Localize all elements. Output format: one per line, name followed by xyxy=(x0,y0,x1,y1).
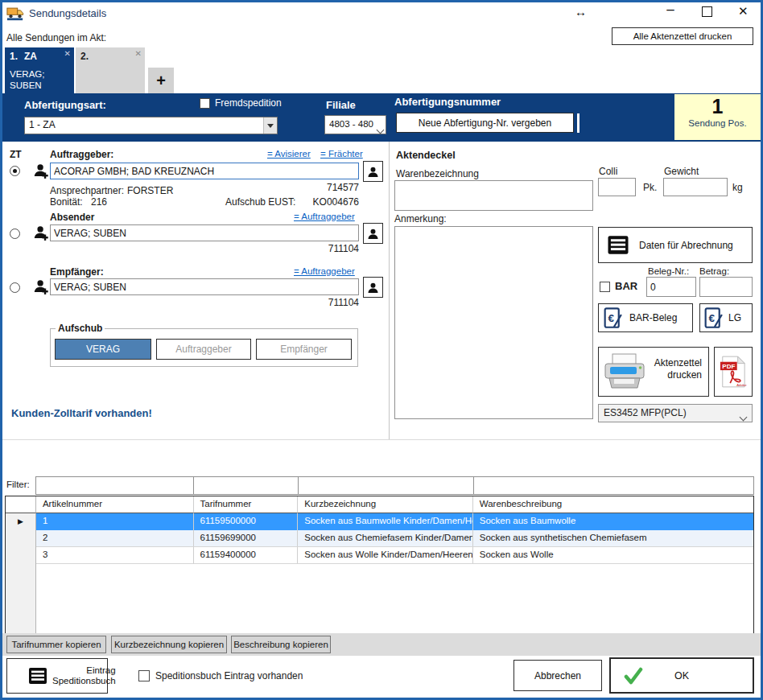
euro-receipt-icon: € xyxy=(604,307,623,329)
bar-checkbox[interactable] xyxy=(600,282,610,292)
aufschub-auftraggeber-button[interactable]: Auftraggeber xyxy=(156,339,251,360)
column-header-artikelnummer[interactable]: Artikelnummer xyxy=(36,496,194,513)
cell-kurzbezeichnung: Socken aus Wolle Kinder/Damen/Heeren xyxy=(298,547,473,564)
filter-warenbeschreibung-input[interactable] xyxy=(473,476,754,495)
svg-text:PDF: PDF xyxy=(722,363,735,370)
aufschub-verag-button[interactable]: VERAG xyxy=(55,339,151,360)
all-shipments-label: Alle Sendungen im Akt: xyxy=(6,32,106,43)
empfaenger-number: 711104 xyxy=(306,297,359,308)
bar-beleg-button[interactable]: € BAR-Beleg xyxy=(598,303,693,332)
chevron-down-icon xyxy=(740,409,746,423)
table-row[interactable]: 2 61159699000 Socken aus Chemiefasem Kin… xyxy=(6,530,753,547)
absender-lookup-button[interactable] xyxy=(363,223,383,244)
maximize-icon[interactable] xyxy=(702,6,712,17)
aktenzettel-drucken-button[interactable]: Aktenzettel drucken xyxy=(598,347,709,397)
eintrag-speditionsbuch-label: Eintrag Speditionsbuch xyxy=(52,665,116,686)
bonitaet-value: 216 xyxy=(91,196,107,208)
cell-tarifnummer: 61159500000 xyxy=(194,513,299,530)
articles-table: Artikelnummer Tarifnummer Kurzbezeichnun… xyxy=(5,496,754,635)
auftraggeber-input[interactable] xyxy=(50,163,359,179)
gewicht-input[interactable] xyxy=(663,178,728,196)
avisierer-link[interactable]: = Avisierer xyxy=(267,149,311,159)
cell-warenbeschreibung: Socken aus Baumwolle xyxy=(473,513,753,530)
daten-abrechnung-button[interactable]: Daten für Abrechnung xyxy=(598,227,753,263)
table-row[interactable]: 3 61159400000 Socken aus Wolle Kinder/Da… xyxy=(6,547,753,564)
minimize-icon[interactable]: – xyxy=(660,2,681,21)
absender-input[interactable] xyxy=(50,224,359,241)
filter-artikelnummer-input[interactable] xyxy=(35,476,194,495)
abbrechen-button[interactable]: Abbrechen xyxy=(513,660,602,691)
empfaenger-radio[interactable] xyxy=(10,282,20,293)
cell-warenbeschreibung: Socken aus Wolle xyxy=(473,547,753,564)
add-shipment-tab-button[interactable]: + xyxy=(148,68,174,93)
table-row[interactable]: ▶ 1 61159500000 Socken aus Baumwolle Kin… xyxy=(6,513,753,530)
empfaenger-lookup-button[interactable] xyxy=(363,277,383,298)
abfertigungsart-value: 1 - ZA xyxy=(29,119,56,130)
neue-abfertigung-button[interactable]: Neue Abfertigung-Nr. vergeben xyxy=(396,113,574,133)
shipment-tab-1[interactable]: 1. ZA ✕ VERAG; SUBEN xyxy=(5,47,74,93)
tab2-index: 2. xyxy=(80,51,89,62)
printer-select[interactable]: ES3452 MFP(PCL) xyxy=(598,404,753,422)
dropdown-arrow-icon[interactable] xyxy=(263,117,277,134)
list-icon xyxy=(28,667,47,685)
filter-kurzbezeichnung-input[interactable] xyxy=(298,476,474,495)
copy-beschreibung-button[interactable]: Beschreibung kopieren xyxy=(231,636,331,653)
anmerkung-textarea[interactable] xyxy=(394,226,593,419)
absender-auftraggeber-link[interactable]: = Auftraggeber xyxy=(294,212,355,221)
absender-radio[interactable] xyxy=(10,229,20,239)
column-header-warenbeschreibung[interactable]: Warenbeschreibung xyxy=(473,496,753,513)
person-add-icon[interactable] xyxy=(32,224,50,241)
filter-label: Filter: xyxy=(6,480,30,489)
auftraggeber-radio[interactable] xyxy=(10,166,20,176)
aktenzettel-label: Aktenzettel drucken xyxy=(654,357,702,381)
shipment-tab-2[interactable]: 2. ✕ xyxy=(76,47,145,93)
pdf-button[interactable]: PDF Adobe xyxy=(714,347,753,397)
close-icon[interactable]: ✕ xyxy=(738,4,749,19)
filiale-value: 4803 - 480 xyxy=(329,119,373,129)
app-truck-icon xyxy=(6,5,24,21)
filiale-select[interactable]: 4803 - 480 xyxy=(324,115,386,134)
kg-label: kg xyxy=(732,182,743,193)
column-header-kurzbezeichnung[interactable]: Kurzbezeichnung xyxy=(298,496,473,513)
pdf-icon: PDF Adobe xyxy=(720,355,747,389)
lg-button[interactable]: € LG xyxy=(699,303,753,332)
empfaenger-auftraggeber-link[interactable]: = Auftraggeber xyxy=(294,266,355,276)
copy-tarifnummer-button[interactable]: Tarifnummer kopieren xyxy=(6,636,106,653)
speditionsbuch-checkbox[interactable] xyxy=(138,670,150,681)
chevron-down-icon xyxy=(377,121,383,136)
beleg-nr-input[interactable] xyxy=(646,277,696,297)
aufschub-eust-label: Aufschub EUST: xyxy=(225,196,295,208)
warenbezeichnung-input[interactable] xyxy=(394,180,593,211)
resize-arrows-icon[interactable]: ↔ xyxy=(575,5,587,19)
cell-kurzbezeichnung: Socken aus Chemiefasem Kinder/Damen/Heer… xyxy=(298,530,473,547)
betrag-label: Betrag: xyxy=(699,266,729,276)
row-selector-cell: ▶ xyxy=(6,513,36,530)
cell-artikelnummer: 3 xyxy=(36,547,194,564)
aufschub-empfaenger-button[interactable]: Empfänger xyxy=(256,339,352,360)
tab1-close-icon[interactable]: ✕ xyxy=(64,49,71,58)
empfaenger-input[interactable] xyxy=(50,278,359,295)
person-add-icon[interactable] xyxy=(32,162,50,179)
copy-kurzbezeichnung-button[interactable]: Kurzbezeichnung kopieren xyxy=(111,636,227,653)
aufschub-eust-value: KO004676 xyxy=(306,196,359,208)
column-header-tarifnummer[interactable]: Tarifnummer xyxy=(194,496,299,513)
eintrag-speditionsbuch-button[interactable]: Eintrag Speditionsbuch xyxy=(6,658,108,694)
person-add-icon[interactable] xyxy=(32,278,50,295)
vertical-divider xyxy=(389,142,390,439)
print-all-aktenzettel-button[interactable]: Alle Aktenzettel drucken xyxy=(612,27,753,45)
abfertigungsart-select[interactable]: 1 - ZA xyxy=(24,117,278,134)
auftraggeber-lookup-button[interactable] xyxy=(363,161,383,182)
tab2-close-icon[interactable]: ✕ xyxy=(135,49,142,58)
fraechter-link[interactable]: = Frächter xyxy=(320,149,363,159)
absender-number: 711104 xyxy=(306,243,359,254)
colli-input[interactable] xyxy=(598,178,636,196)
tab1-type: ZA xyxy=(24,51,37,62)
ok-button[interactable]: OK xyxy=(609,657,754,694)
cell-artikelnummer: 2 xyxy=(36,530,194,547)
table-header-row: Artikelnummer Tarifnummer Kurzbezeichnun… xyxy=(6,496,753,513)
fremdspedition-checkbox[interactable] xyxy=(200,98,210,109)
filter-tarifnummer-input[interactable] xyxy=(193,476,299,495)
sendung-pos-value: 1 xyxy=(674,95,761,118)
person-icon xyxy=(366,165,380,179)
betrag-input[interactable] xyxy=(699,277,753,297)
